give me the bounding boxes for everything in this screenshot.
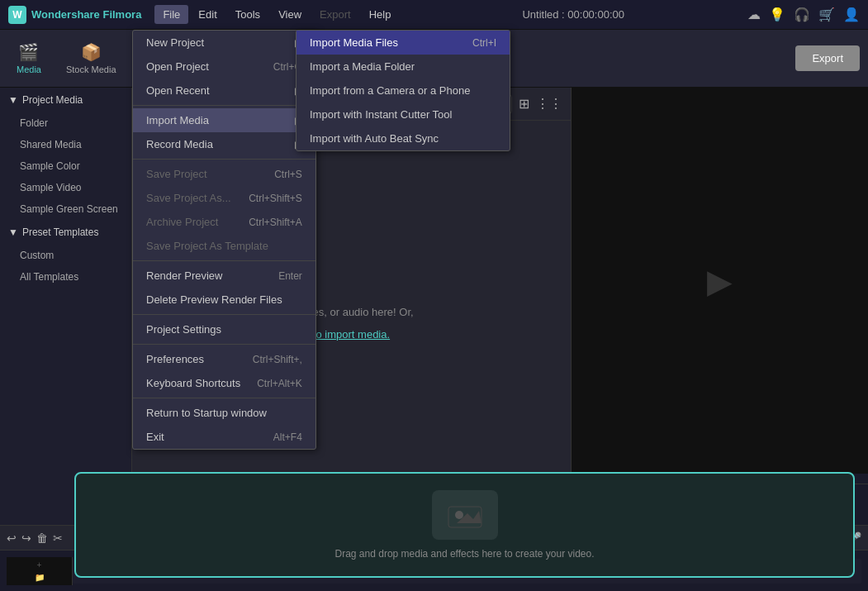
import-hint-link[interactable]: to import media.	[313, 328, 390, 341]
filter-icon[interactable]: ⊞	[519, 96, 529, 112]
export-button[interactable]: Export	[795, 45, 860, 71]
save-as-template-label: Save Project As Template	[146, 240, 268, 252]
return-startup-label: Return to Startup window	[146, 407, 267, 419]
import-auto-beat-label: Import with Auto Beat Sync	[310, 132, 439, 145]
sidebar-item-custom[interactable]: Custom	[0, 245, 131, 266]
sidebar-item-shared-media[interactable]: Shared Media	[0, 134, 131, 155]
submenu-import-auto-beat[interactable]: Import with Auto Beat Sync	[296, 126, 510, 150]
chevron-down-icon-2: ▼	[8, 226, 18, 238]
menu-preferences[interactable]: Preferences Ctrl+Shift+,	[133, 347, 315, 371]
import-files-label: Import Media Files	[310, 36, 398, 49]
menu-view[interactable]: View	[270, 5, 310, 24]
sidebar-item-sample-video[interactable]: Sample Video	[0, 177, 131, 198]
timeline-drop-area: Drag and drop media and effects here to …	[0, 459, 868, 591]
menu-record-media[interactable]: Record Media ▶	[133, 132, 315, 156]
drop-zone[interactable]: Drag and drop media and effects here to …	[74, 472, 855, 578]
bulb-icon[interactable]: 💡	[769, 7, 785, 22]
save-project-as-label: Save Project As...	[146, 192, 231, 204]
archive-project-label: Archive Project	[146, 216, 218, 228]
menu-keyboard-shortcuts[interactable]: Keyboard Shortcuts Ctrl+Alt+K	[133, 371, 315, 395]
separator-1	[133, 105, 315, 106]
separator-4	[133, 314, 315, 315]
toolbar-media[interactable]: 🎬 Media	[8, 37, 50, 79]
media-icon: 🎬	[18, 42, 39, 62]
keyboard-shortcuts-shortcut: Ctrl+Alt+K	[257, 378, 302, 389]
menu-import-media[interactable]: Import Media ▶	[133, 108, 315, 132]
svg-point-1	[455, 511, 463, 519]
menu-open-recent[interactable]: Open Recent ▶	[133, 79, 315, 102]
menu-delete-preview[interactable]: Delete Preview Render Files	[133, 288, 315, 312]
render-preview-label: Render Preview	[146, 269, 223, 282]
submenu-import-folder[interactable]: Import a Media Folder	[296, 55, 510, 79]
video-placeholder-icon: ▶	[707, 262, 733, 300]
record-media-label: Record Media	[146, 138, 213, 150]
import-submenu: Import Media Files Ctrl+I Import a Media…	[296, 30, 510, 151]
menu-save-as-template: Save Project As Template	[133, 234, 315, 258]
menu-file[interactable]: File	[154, 5, 188, 24]
import-folder-label: Import a Media Folder	[310, 60, 415, 73]
sidebar-item-sample-color[interactable]: Sample Color	[0, 155, 131, 177]
drop-zone-icon	[432, 490, 498, 540]
exit-shortcut: Alt+F4	[273, 431, 302, 443]
menu-return-startup[interactable]: Return to Startup window	[133, 401, 315, 425]
import-files-shortcut: Ctrl+I	[472, 37, 496, 49]
menu-open-project[interactable]: Open Project Ctrl+O	[133, 55, 315, 79]
stock-media-icon: 📦	[81, 42, 102, 62]
menu-save-project-as: Save Project As... Ctrl+Shift+S	[133, 186, 315, 210]
open-project-label: Open Project	[146, 60, 209, 73]
import-instant-cutter-label: Import with Instant Cutter Tool	[310, 108, 452, 121]
menu-archive-project: Archive Project Ctrl+Shift+A	[133, 210, 315, 234]
menu-exit[interactable]: Exit Alt+F4	[133, 425, 315, 449]
drop-zone-text: Drag and drop media and effects here to …	[335, 548, 595, 560]
menu-new-project[interactable]: New Project ▶	[133, 31, 315, 55]
submenu-import-instant-cutter[interactable]: Import with Instant Cutter Tool	[296, 102, 510, 126]
menu-edit[interactable]: Edit	[190, 5, 225, 24]
menu-export[interactable]: Export	[311, 5, 359, 24]
app-name: Wondershare Filmora	[31, 8, 141, 21]
menu-tools[interactable]: Tools	[227, 5, 268, 24]
toolbar-stock-media[interactable]: 📦 Stock Media	[58, 37, 125, 79]
menu-render-preview[interactable]: Render Preview Enter	[133, 264, 315, 288]
menu-help[interactable]: Help	[361, 5, 400, 24]
sidebar-item-all-templates[interactable]: All Templates	[0, 266, 131, 288]
exit-label: Exit	[146, 431, 164, 443]
cart-icon[interactable]: 🛒	[818, 7, 835, 22]
chevron-down-icon: ▼	[8, 94, 18, 106]
grid-icon[interactable]: ⋮⋮	[536, 96, 562, 112]
window-title: Untitled : 00:00:00:00	[406, 8, 741, 21]
delete-preview-label: Delete Preview Render Files	[146, 293, 282, 306]
submenu-import-camera[interactable]: Import from a Camera or a Phone	[296, 79, 510, 102]
titlebar-actions: ☁ 💡 🎧 🛒 👤	[747, 7, 860, 22]
separator-5	[133, 344, 315, 345]
separator-2	[133, 159, 315, 160]
save-project-label: Save Project	[146, 168, 207, 180]
menu-project-settings[interactable]: Project Settings	[133, 317, 315, 341]
separator-6	[133, 398, 315, 398]
avatar-icon[interactable]: 👤	[843, 7, 860, 22]
sidebar-section-preset-templates[interactable]: ▼ Preset Templates	[0, 220, 131, 245]
sidebar-item-sample-green-screen[interactable]: Sample Green Screen	[0, 198, 131, 220]
menu-bar: File Edit Tools View Export Help	[154, 5, 399, 24]
project-media-label: Project Media	[22, 94, 83, 106]
app-logo: W Wondershare Filmora	[8, 6, 141, 24]
import-media-label: Import Media	[146, 114, 209, 126]
sidebar-section-project-media[interactable]: ▼ Project Media	[0, 88, 131, 112]
menu-save-project: Save Project Ctrl+S	[133, 162, 315, 186]
import-camera-label: Import from a Camera or a Phone	[310, 84, 470, 97]
preferences-shortcut: Ctrl+Shift+,	[253, 354, 302, 365]
cloud-icon[interactable]: ☁	[747, 7, 761, 22]
preferences-label: Preferences	[146, 353, 204, 365]
keyboard-shortcuts-label: Keyboard Shortcuts	[146, 377, 240, 389]
render-preview-shortcut: Enter	[278, 270, 302, 282]
project-settings-label: Project Settings	[146, 323, 221, 336]
titlebar: W Wondershare Filmora File Edit Tools Vi…	[0, 0, 868, 30]
submenu-import-files[interactable]: Import Media Files Ctrl+I	[296, 31, 510, 55]
toolbar-stock-label: Stock Media	[66, 64, 116, 74]
save-project-as-shortcut: Ctrl+Shift+S	[249, 193, 302, 204]
file-dropdown: New Project ▶ Open Project Ctrl+O Open R…	[132, 30, 316, 450]
preview-video: ▶	[572, 88, 868, 474]
sidebar-item-folder[interactable]: Folder	[0, 112, 131, 134]
headphones-icon[interactable]: 🎧	[794, 7, 810, 22]
toolbar-media-label: Media	[17, 64, 41, 74]
save-project-shortcut: Ctrl+S	[274, 169, 302, 180]
